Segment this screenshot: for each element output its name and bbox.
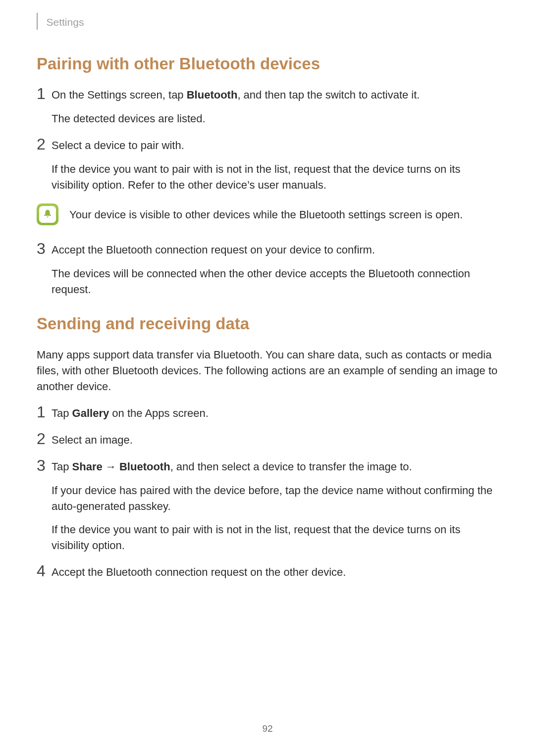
bell-icon-inner — [39, 206, 56, 223]
step-body: Tap Share → Bluetooth, and then select a… — [52, 459, 498, 554]
breadcrumb: Settings — [37, 15, 498, 30]
step-text: Tap Gallery on the Apps screen. — [52, 405, 498, 421]
step-text: Select a device to pair with. — [52, 138, 498, 153]
step-text: Accept the Bluetooth connection request … — [52, 242, 498, 258]
section-title-sending: Sending and receiving data — [37, 314, 498, 333]
step-1b: 1 Tap Gallery on the Apps screen. — [37, 405, 498, 421]
section-title-pairing: Pairing with other Bluetooth devices — [37, 54, 498, 73]
step-number: 4 — [37, 563, 52, 579]
text-fragment: , and then select a device to transfer t… — [170, 460, 412, 473]
content: Pairing with other Bluetooth devices 1 O… — [37, 54, 498, 580]
step-number: 1 — [37, 86, 52, 101]
step-text: If the device you want to pair with is n… — [52, 522, 498, 554]
bell-icon-svg — [42, 209, 53, 220]
step-body: Tap Gallery on the Apps screen. — [52, 405, 498, 421]
bold-bluetooth: Bluetooth — [187, 89, 238, 101]
manual-page: Settings Pairing with other Bluetooth de… — [0, 0, 535, 756]
page-number: 92 — [0, 723, 535, 734]
steps-pairing-cont: 3 Accept the Bluetooth connection reques… — [37, 242, 498, 298]
step-text: Accept the Bluetooth connection request … — [52, 564, 498, 580]
step-1: 1 On the Settings screen, tap Bluetooth,… — [37, 87, 498, 127]
step-number: 1 — [37, 404, 52, 420]
bold-bluetooth2: Bluetooth — [119, 460, 170, 473]
step-body: Accept the Bluetooth connection request … — [52, 242, 498, 298]
step-text: If your device has paired with the devic… — [52, 483, 498, 514]
note-callout: Your device is visible to other devices … — [37, 203, 498, 225]
breadcrumb-text: Settings — [47, 16, 84, 28]
step-body: Select a device to pair with. If the dev… — [52, 138, 498, 193]
steps-pairing: 1 On the Settings screen, tap Bluetooth,… — [37, 87, 498, 193]
steps-sending: 1 Tap Gallery on the Apps screen. 2 Sele… — [37, 405, 498, 580]
text-fragment: On the Settings screen, tap — [52, 89, 187, 101]
section-intro: Many apps support data transfer via Blue… — [37, 347, 498, 395]
step-text: On the Settings screen, tap Bluetooth, a… — [52, 87, 498, 103]
step-text: If the device you want to pair with is n… — [52, 161, 498, 193]
step-4b: 4 Accept the Bluetooth connection reques… — [37, 564, 498, 580]
bold-gallery: Gallery — [72, 407, 109, 419]
step-text: The devices will be connected when the o… — [52, 266, 498, 298]
text-fragment: , and then tap the switch to activate it… — [237, 89, 420, 101]
bold-share: Share — [72, 460, 103, 473]
note-text: Your device is visible to other devices … — [69, 207, 463, 223]
breadcrumb-divider — [37, 13, 38, 30]
arrow-glyph: → — [103, 460, 119, 473]
step-body: On the Settings screen, tap Bluetooth, a… — [52, 87, 498, 127]
step-3: 3 Accept the Bluetooth connection reques… — [37, 242, 498, 298]
step-2: 2 Select a device to pair with. If the d… — [37, 138, 498, 193]
step-text: The detected devices are listed. — [52, 111, 498, 127]
text-fragment: on the Apps screen. — [109, 407, 209, 419]
text-fragment: Tap — [52, 460, 72, 473]
text-fragment: Tap — [52, 407, 72, 419]
step-3b: 3 Tap Share → Bluetooth, and then select… — [37, 459, 498, 554]
step-number: 3 — [37, 241, 52, 256]
step-number: 3 — [37, 457, 52, 473]
bell-icon — [37, 203, 58, 225]
step-body: Select an image. — [52, 432, 498, 448]
step-text: Select an image. — [52, 432, 498, 448]
step-number: 2 — [37, 136, 52, 152]
step-number: 2 — [37, 431, 52, 447]
step-2b: 2 Select an image. — [37, 432, 498, 448]
step-text: Tap Share → Bluetooth, and then select a… — [52, 459, 498, 475]
step-body: Accept the Bluetooth connection request … — [52, 564, 498, 580]
